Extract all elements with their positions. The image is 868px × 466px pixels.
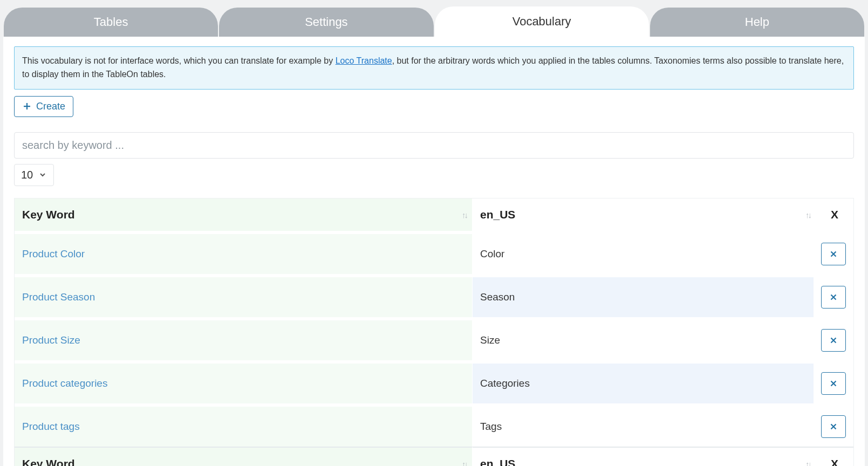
delete-button[interactable] [821, 286, 846, 309]
translation-cell[interactable]: Tags [473, 407, 814, 447]
sort-icon: ↑↓ [805, 210, 810, 219]
keyword-link[interactable]: Product Season [22, 291, 95, 303]
footer-delete: X [816, 447, 853, 466]
vocabulary-table: Key Word ↑↓ en_US ↑↓ X Product Color Col… [14, 198, 854, 466]
info-text-pre: This vocabulary is not for interface wor… [22, 56, 336, 65]
header-en-us[interactable]: en_US ↑↓ [473, 198, 816, 231]
close-icon [829, 422, 838, 431]
table-row: Product categories Categories [15, 360, 853, 403]
page-size-select[interactable]: 10 [14, 164, 54, 186]
close-icon [829, 292, 838, 302]
close-icon [829, 379, 838, 388]
search-input[interactable] [14, 132, 854, 159]
translation-cell[interactable]: Color [473, 234, 814, 274]
header-delete: X [816, 198, 853, 231]
keyword-link[interactable]: Product tags [22, 421, 80, 433]
translation-cell[interactable]: Size [473, 320, 814, 360]
footer-delete-label: X [831, 457, 838, 466]
sort-icon: ↑↓ [462, 459, 467, 466]
create-button-label: Create [36, 101, 65, 112]
vocabulary-panel: This vocabulary is not for interface wor… [3, 37, 865, 466]
header-en-us-label: en_US [480, 208, 515, 221]
footer-en-us-label: en_US [480, 457, 515, 466]
delete-button[interactable] [821, 372, 846, 395]
footer-keyword-label: Key Word [22, 457, 75, 466]
table-row: Product Season Season [15, 274, 853, 317]
sort-icon: ↑↓ [805, 459, 810, 466]
footer-en-us[interactable]: en_US ↑↓ [473, 447, 816, 466]
header-delete-label: X [831, 208, 838, 221]
tab-tables[interactable]: Tables [4, 8, 218, 37]
keyword-link[interactable]: Product Color [22, 248, 85, 260]
table-row: Product Color Color [15, 231, 853, 274]
create-button[interactable]: Create [14, 96, 73, 117]
close-icon [829, 335, 838, 345]
translation-cell[interactable]: Categories [473, 364, 814, 403]
table-header: Key Word ↑↓ en_US ↑↓ X [15, 198, 853, 231]
table-row: Product Size Size [15, 317, 853, 360]
tab-vocabulary[interactable]: Vocabulary [435, 6, 649, 37]
delete-button[interactable] [821, 329, 846, 352]
delete-button[interactable] [821, 415, 846, 438]
close-icon [829, 249, 838, 259]
header-keyword-label: Key Word [22, 208, 75, 221]
table-row: Product tags Tags [15, 403, 853, 447]
info-link-loco[interactable]: Loco Translate [336, 56, 392, 65]
chevron-down-icon [38, 170, 47, 179]
page-size-value: 10 [21, 169, 33, 181]
info-notice: This vocabulary is not for interface wor… [14, 46, 854, 90]
footer-keyword[interactable]: Key Word ↑↓ [15, 447, 473, 466]
tab-help[interactable]: Help [650, 8, 864, 37]
translation-cell[interactable]: Season [473, 277, 814, 317]
plus-icon [22, 101, 32, 111]
delete-button[interactable] [821, 243, 846, 265]
tab-settings[interactable]: Settings [219, 8, 433, 37]
keyword-link[interactable]: Product Size [22, 334, 80, 346]
table-body: Product Color Color Product Season Seaso… [15, 231, 853, 447]
keyword-link[interactable]: Product categories [22, 378, 107, 389]
tabs-bar: Tables Settings Vocabulary Help [0, 0, 868, 37]
header-keyword[interactable]: Key Word ↑↓ [15, 198, 473, 231]
sort-icon: ↑↓ [462, 210, 467, 219]
table-footer: Key Word ↑↓ en_US ↑↓ X [15, 447, 853, 466]
